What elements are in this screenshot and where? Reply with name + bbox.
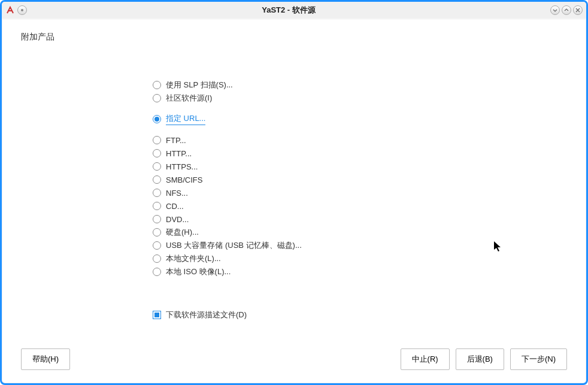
radio-label: 使用 SLP 扫描(S)... (166, 80, 233, 90)
radio-icon (153, 268, 161, 276)
radio-option[interactable]: SMB/CIFS (153, 173, 567, 186)
window-title: YaST2 - 软件源 (27, 5, 550, 16)
radio-icon (153, 149, 161, 157)
next-button[interactable]: 下一步(N) (510, 348, 567, 370)
close-button[interactable] (573, 5, 583, 15)
radio-icon (153, 115, 161, 123)
radio-option[interactable]: 使用 SLP 扫描(S)... (153, 78, 567, 92)
page-heading: 附加产品 (21, 32, 567, 43)
radio-icon (153, 175, 161, 184)
radio-label: HTTP... (166, 149, 192, 158)
button-bar: 帮助(H) 中止(R) 后退(B) 下一步(N) (21, 337, 567, 370)
radio-label: USB 大容量存储 (USB 记忆棒、磁盘)... (166, 240, 302, 251)
radio-option[interactable]: HTTPS... (153, 160, 567, 173)
radio-group: 指定 URL... (153, 112, 567, 126)
back-button[interactable]: 后退(B) (456, 348, 504, 370)
radio-label: HTTPS... (166, 162, 198, 171)
abort-button[interactable]: 中止(R) (401, 348, 450, 370)
svg-point-0 (21, 9, 23, 11)
radio-label: DVD... (166, 215, 189, 224)
radio-icon (153, 202, 161, 210)
radio-label: SMB/CIFS (166, 175, 202, 184)
maximize-button[interactable] (562, 5, 571, 15)
radio-label: 本地 ISO 映像(L)... (166, 266, 231, 277)
titlebar: YaST2 - 软件源 (2, 2, 586, 19)
radio-option[interactable]: 指定 URL... (153, 112, 567, 126)
radio-option[interactable]: HTTP... (153, 147, 567, 160)
app-window: YaST2 - 软件源 附加产品 使用 SLP 扫描(S)...社区软件源(I)… (0, 0, 588, 385)
radio-option[interactable]: FTP... (153, 134, 567, 147)
radio-option[interactable]: 硬盘(H)... (153, 226, 567, 239)
app-icon (5, 5, 15, 15)
radio-label: FTP... (166, 136, 186, 145)
radio-option[interactable]: 本地 ISO 映像(L)... (153, 265, 567, 278)
help-button[interactable]: 帮助(H) (21, 348, 70, 370)
checkbox-label: 下载软件源描述文件(D) (166, 310, 247, 320)
radio-icon (153, 136, 161, 144)
radio-option[interactable]: DVD... (153, 213, 567, 226)
radio-label: 硬盘(H)... (166, 227, 199, 238)
radio-option[interactable]: 社区软件源(I) (153, 92, 567, 105)
radio-label: 指定 URL... (166, 113, 205, 125)
radio-group: FTP...HTTP...HTTPS...SMB/CIFSNFS...CD...… (153, 134, 567, 278)
radio-label: 社区软件源(I) (166, 93, 212, 104)
radio-option[interactable]: CD... (153, 199, 567, 213)
radio-icon (153, 189, 161, 197)
radio-icon (153, 162, 161, 171)
radio-label: 本地文件夹(L)... (166, 253, 221, 264)
download-description-checkbox[interactable]: 下载软件源描述文件(D) (153, 310, 567, 320)
titlebar-pin-button[interactable] (17, 5, 27, 15)
radio-icon (153, 215, 161, 223)
radio-icon (153, 228, 161, 237)
checkbox-icon (153, 311, 161, 319)
radio-icon (153, 241, 161, 250)
radio-label: CD... (166, 202, 184, 211)
radio-icon (153, 254, 161, 263)
radio-option[interactable]: NFS... (153, 186, 567, 199)
source-type-radios: 使用 SLP 扫描(S)...社区软件源(I)指定 URL...FTP...HT… (153, 78, 567, 286)
radio-group: 使用 SLP 扫描(S)...社区软件源(I) (153, 78, 567, 105)
radio-label: NFS... (166, 189, 188, 198)
download-description-checkbox-row: 下载软件源描述文件(D) (153, 310, 567, 320)
minimize-button[interactable] (550, 5, 560, 15)
radio-icon (153, 81, 161, 89)
radio-icon (153, 94, 161, 102)
content-area: 附加产品 使用 SLP 扫描(S)...社区软件源(I)指定 URL...FTP… (3, 20, 585, 382)
radio-option[interactable]: 本地文件夹(L)... (153, 252, 567, 265)
radio-option[interactable]: USB 大容量存储 (USB 记忆棒、磁盘)... (153, 239, 567, 252)
